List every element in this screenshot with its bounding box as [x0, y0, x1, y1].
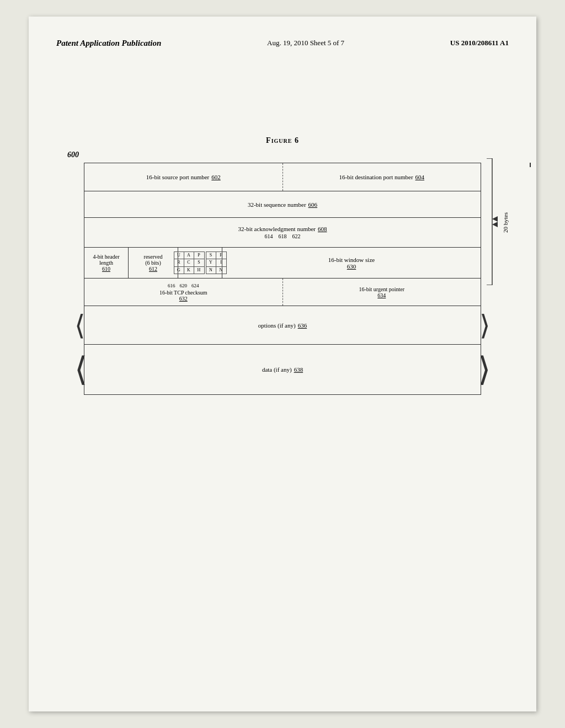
- urgent-ref: 634: [377, 292, 386, 298]
- reserved-label: reserved: [144, 254, 163, 260]
- header-length-cell: 4-bit header length 610: [84, 248, 129, 278]
- checksum-subrefs: 616 620 624: [168, 283, 199, 288]
- dest-port-cell: 16-bit destination port number 604: [283, 163, 481, 191]
- checksum-subref2: 620: [180, 283, 188, 288]
- row-checksum-urgent: 616 620 624 16-bit TCP checksum 632 16-b…: [84, 279, 481, 306]
- tcp-diagram-container: 600 16-bit source port number 602 16-bit…: [67, 151, 498, 395]
- svg-marker-4: [492, 222, 498, 227]
- publication-meta: Aug. 19, 2010 Sheet 5 of 7: [267, 39, 344, 47]
- flag-A: A: [184, 252, 194, 259]
- header-len-ref: 610: [102, 266, 110, 272]
- figure-number-label: 600: [67, 151, 498, 159]
- row-ack: 32-bit acknowledgment number 608 614 618…: [84, 218, 481, 248]
- flag-U: U: [174, 252, 184, 259]
- options-ref: 636: [298, 322, 307, 329]
- flags-cell: U A P R C S G K: [178, 248, 222, 278]
- reserved-sublabel: (6 bits): [145, 260, 161, 266]
- flag-S1: S: [194, 259, 204, 266]
- data-label: data (if any): [262, 366, 292, 373]
- source-port-cell: 16-bit source port number 602: [84, 163, 283, 191]
- row-ports: 16-bit source port number 602 16-bit des…: [84, 163, 481, 191]
- flag-R: R: [174, 259, 184, 266]
- flag-C: C: [184, 259, 194, 266]
- dest-port-label: 16-bit destination port number: [339, 174, 413, 180]
- reserved-ref: 612: [149, 266, 157, 272]
- source-port-ref: 602: [211, 174, 221, 180]
- source-port-label: 16-bit source port number: [146, 174, 210, 180]
- row-seq: 32-bit sequence number 606: [84, 191, 481, 218]
- ack-sub-ref1: 614: [265, 233, 273, 239]
- row-control: 4-bit header length 610 reserved (6 bits…: [84, 248, 481, 279]
- ack-sub-refs: 614 618 622: [265, 233, 301, 239]
- seq-label: 32-bit sequence number: [248, 201, 306, 208]
- flag-K: K: [184, 267, 194, 274]
- ack-sub-ref3: 622: [292, 233, 301, 239]
- tcp-header-diagram: 16-bit source port number 602 16-bit des…: [84, 163, 481, 395]
- checksum-subref3: 624: [191, 283, 199, 288]
- publication-title: Patent Application Publication: [56, 39, 161, 48]
- options-label: options (if any): [258, 322, 296, 329]
- twenty-bytes-indicator: 20 bytes: [525, 163, 531, 290]
- window-size-cell: 16-bit window size 630: [222, 248, 481, 278]
- header-len-label: 4-bit header: [93, 254, 119, 260]
- flag-H: H: [194, 267, 204, 274]
- flag-N1: N: [206, 267, 216, 274]
- urgent-cell: 16-bit urgent pointer 634: [283, 279, 481, 306]
- ack-sub-ref2: 618: [279, 233, 287, 239]
- urgent-label: 16-bit urgent pointer: [359, 286, 404, 292]
- ack-label: 32-bit acknowledgment number: [238, 226, 316, 232]
- page: Patent Application Publication Aug. 19, …: [29, 17, 536, 711]
- flag-P: P: [194, 252, 204, 259]
- checksum-label: 16-bit TCP checksum: [159, 290, 207, 296]
- bytes-label: 20 bytes: [502, 212, 509, 233]
- publication-number: US 2010/208611 A1: [450, 39, 509, 47]
- flag-S2: S: [206, 252, 216, 259]
- flag-Y: Y: [206, 259, 216, 266]
- checksum-ref: 632: [179, 296, 188, 302]
- figure-title: Figure 6: [56, 136, 509, 145]
- seq-ref: 606: [308, 201, 318, 208]
- window-label: 16-bit window size: [328, 256, 375, 263]
- checksum-subref1: 616: [168, 283, 175, 288]
- header-len-sublabel: length: [99, 260, 113, 266]
- ack-ref: 608: [318, 226, 327, 232]
- svg-marker-3: [492, 216, 498, 222]
- window-ref: 630: [347, 263, 356, 270]
- row-options: options (if any) 636: [84, 306, 481, 345]
- checksum-cell: 616 620 624 16-bit TCP checksum 632: [84, 279, 283, 306]
- reserved-cell: reserved (6 bits) 612: [129, 248, 178, 278]
- dest-port-ref: 604: [415, 174, 425, 180]
- ack-main: 32-bit acknowledgment number 608: [238, 226, 327, 232]
- row-data: data (if any) 638: [84, 345, 481, 394]
- flag-G: G: [174, 267, 184, 274]
- data-ref: 638: [294, 366, 303, 373]
- page-header: Patent Application Publication Aug. 19, …: [56, 39, 509, 48]
